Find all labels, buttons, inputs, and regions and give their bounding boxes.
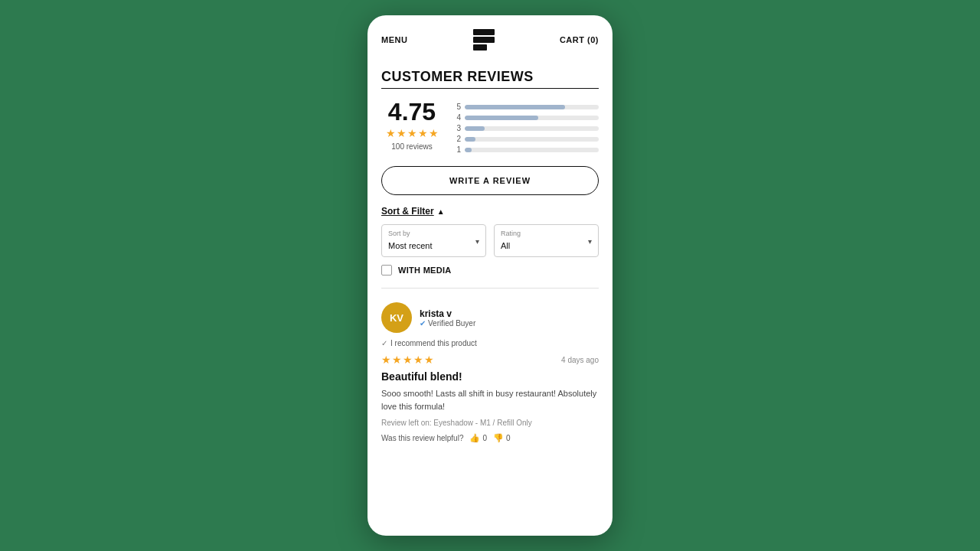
rating-bars: 5 4 3 2 1: [455, 99, 599, 154]
cart-button[interactable]: CART (0): [560, 35, 599, 44]
bar-row-5: 5: [455, 103, 599, 111]
rating-chevron-icon: ▾: [588, 236, 592, 245]
sort-by-label: Sort by: [388, 230, 479, 237]
rating-summary: 4.75 ★ ★ ★ ★ ★ 100 reviews 5 4: [381, 99, 599, 154]
rating-dropdown[interactable]: Rating All ▾: [494, 224, 599, 257]
header: MENU CART (0): [368, 15, 612, 61]
sort-by-dropdown[interactable]: Sort by Most recent ▾: [381, 224, 486, 257]
recommend-check-icon: ✓: [381, 339, 387, 347]
review-star-3: ★: [403, 354, 413, 366]
bar-label-2: 2: [455, 135, 461, 143]
thumbs-down-button[interactable]: 👎 0: [493, 433, 511, 443]
bar-track-3: [465, 126, 599, 131]
bar-row-1: 1: [455, 145, 599, 154]
review-divider: [381, 288, 599, 289]
review-count: 100 reviews: [391, 142, 432, 151]
bar-label-3: 3: [455, 124, 461, 132]
with-media-label: WITH MEDIA: [398, 266, 452, 275]
review-star-2: ★: [392, 354, 402, 366]
star-2: ★: [397, 127, 407, 139]
svg-rect-1: [473, 37, 495, 43]
verified-text: Verified Buyer: [428, 319, 475, 328]
reviewer-name: krista v: [420, 308, 475, 319]
sort-filter-label: Sort & Filter: [381, 206, 434, 217]
average-rating: 4.75: [388, 99, 436, 124]
filter-dropdowns: Sort by Most recent ▾ Rating All ▾: [381, 224, 599, 257]
thumbs-up-icon: 👍: [469, 433, 480, 443]
avatar: KV: [381, 302, 412, 333]
bar-track-4: [465, 116, 599, 120]
reviewer-info: KV krista v ✔ Verified Buyer: [381, 302, 599, 333]
rating-value: All: [501, 241, 510, 250]
bar-fill-1: [465, 148, 472, 152]
star-5: ★: [429, 127, 439, 139]
chevron-up-icon: ▲: [437, 207, 445, 216]
phone-frame: MENU CART (0) CUSTOMER REVIEWS 4.75 ★ ★ …: [368, 15, 612, 536]
review-stars: ★ ★ ★ ★ ★: [381, 354, 434, 366]
bar-label-5: 5: [455, 103, 461, 111]
recommend-row: ✓ I recommend this product: [381, 339, 599, 347]
average-stars: ★ ★ ★ ★ ★: [386, 127, 439, 139]
reviewer-details: krista v ✔ Verified Buyer: [420, 308, 475, 328]
thumbs-down-count: 0: [506, 434, 511, 442]
svg-rect-0: [473, 29, 495, 35]
recommend-text: I recommend this product: [390, 339, 477, 347]
review-title: Beautiful blend!: [381, 370, 599, 383]
title-divider: [381, 88, 599, 89]
bar-track-1: [465, 148, 599, 152]
bar-fill-3: [465, 126, 485, 131]
star-4: ★: [418, 127, 428, 139]
verified-check-icon: ✔: [420, 319, 426, 328]
bar-track-5: [465, 105, 599, 109]
thumbs-down-icon: 👎: [493, 433, 504, 443]
page-content: CUSTOMER REVIEWS 4.75 ★ ★ ★ ★ ★ 100 revi…: [368, 69, 612, 458]
svg-rect-2: [473, 44, 487, 51]
review-date: 4 days ago: [561, 356, 599, 364]
with-media-row: WITH MEDIA: [381, 265, 599, 276]
bar-row-2: 2: [455, 135, 599, 143]
bar-fill-5: [465, 105, 565, 109]
bar-label-1: 1: [455, 145, 461, 154]
bar-fill-2: [465, 137, 475, 142]
thumbs-up-count: 0: [482, 434, 487, 442]
helpful-label: Was this review helpful?: [381, 434, 463, 442]
review-stars-row: ★ ★ ★ ★ ★ 4 days ago: [381, 354, 599, 366]
thumbs-up-button[interactable]: 👍 0: [469, 433, 487, 443]
page-title: CUSTOMER REVIEWS: [381, 69, 599, 85]
bar-row-3: 3: [455, 124, 599, 132]
review-star-1: ★: [381, 354, 391, 366]
bar-row-4: 4: [455, 113, 599, 122]
star-1: ★: [386, 127, 396, 139]
review-product: Review left on: Eyeshadow - M1 / Refill …: [381, 419, 599, 427]
verified-badge: ✔ Verified Buyer: [420, 319, 475, 328]
brand-logo: [470, 26, 498, 54]
rating-left: 4.75 ★ ★ ★ ★ ★ 100 reviews: [381, 99, 443, 151]
star-3: ★: [407, 127, 417, 139]
sort-filter-toggle[interactable]: Sort & Filter ▲: [381, 206, 599, 217]
review-body: Sooo smooth! Lasts all shift in busy res…: [381, 387, 599, 412]
sort-by-value: Most recent: [388, 241, 432, 250]
sort-chevron-icon: ▾: [475, 236, 479, 245]
rating-label: Rating: [501, 230, 592, 237]
helpful-row: Was this review helpful? 👍 0 👎 0: [381, 433, 599, 443]
with-media-checkbox[interactable]: [381, 265, 392, 276]
review-star-5: ★: [424, 354, 434, 366]
menu-button[interactable]: MENU: [381, 35, 407, 44]
bar-fill-4: [465, 116, 538, 120]
bar-label-4: 4: [455, 113, 461, 122]
write-review-button[interactable]: WRITE A REVIEW: [381, 166, 599, 195]
review-card: KV krista v ✔ Verified Buyer ✓ I recomme…: [381, 299, 599, 443]
review-star-4: ★: [413, 354, 423, 366]
bar-track-2: [465, 137, 599, 142]
